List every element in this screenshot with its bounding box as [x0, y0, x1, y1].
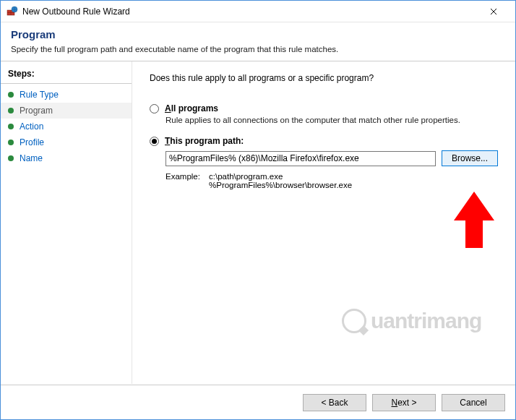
prompt-text: Does this rule apply to all programs or … — [150, 73, 498, 83]
step-action[interactable]: Action — [1, 119, 132, 134]
page-subtitle: Specify the full program path and execut… — [11, 45, 505, 53]
step-label: Profile — [20, 137, 44, 147]
wizard-footer: < Back Next > Cancel — [1, 385, 515, 419]
wizard-window: New Outbound Rule Wizard Program Specify… — [0, 0, 516, 420]
step-label: Program — [20, 106, 53, 116]
label-this-program: This program path: — [165, 136, 244, 146]
example-label: Example: — [165, 172, 209, 189]
step-label: Name — [20, 153, 43, 163]
bullet-icon — [8, 155, 14, 161]
next-button[interactable]: Next > — [372, 394, 436, 411]
wizard-body: Steps: Rule Type Program Action Profile … — [1, 61, 515, 384]
step-label: Action — [20, 121, 43, 132]
cancel-button[interactable]: Cancel — [442, 394, 505, 411]
bullet-icon — [8, 124, 14, 129]
page-title: Program — [11, 28, 505, 40]
firewall-icon — [7, 6, 18, 17]
close-button[interactable] — [478, 1, 509, 22]
steps-sidebar: Steps: Rule Type Program Action Profile … — [1, 61, 132, 384]
watermark-text: uantrimang — [371, 309, 481, 333]
bullet-icon — [8, 108, 14, 113]
watermark: uantrimang — [342, 309, 481, 333]
step-program[interactable]: Program — [1, 103, 132, 119]
window-title: New Outbound Rule Wizard — [22, 7, 478, 17]
desc-all-programs: Rule applies to all connections on the c… — [165, 116, 498, 124]
option-this-program: This program path: Browse... Example: c:… — [150, 136, 498, 189]
bullet-icon — [8, 140, 14, 145]
wizard-header: Program Specify the full program path an… — [1, 22, 515, 61]
titlebar: New Outbound Rule Wizard — [1, 1, 515, 22]
example-row: Example: c:\path\program.exe %ProgramFil… — [165, 172, 498, 189]
step-name[interactable]: Name — [1, 150, 132, 166]
steps-heading: Steps: — [1, 66, 132, 84]
option-all-programs: All programs Rule applies to all connect… — [150, 103, 498, 124]
step-rule-type[interactable]: Rule Type — [1, 87, 132, 103]
back-button[interactable]: < Back — [303, 394, 366, 411]
bullet-icon — [8, 92, 14, 98]
example-values: c:\path\program.exe %ProgramFiles%\brows… — [209, 172, 352, 189]
step-label: Rule Type — [20, 90, 59, 100]
close-icon — [490, 8, 497, 15]
watermark-q-icon — [342, 309, 366, 333]
radio-row-this[interactable]: This program path: — [150, 136, 498, 146]
radio-all-programs[interactable] — [150, 104, 159, 113]
radio-this-program[interactable] — [150, 137, 159, 146]
radio-row-all[interactable]: All programs — [150, 103, 498, 113]
browse-button[interactable]: Browse... — [442, 150, 498, 166]
program-path-row: Browse... — [165, 150, 498, 166]
program-path-input[interactable] — [165, 151, 436, 166]
content-pane: Does this rule apply to all programs or … — [132, 61, 515, 384]
step-profile[interactable]: Profile — [1, 134, 132, 150]
label-all-programs: All programs — [165, 103, 218, 113]
